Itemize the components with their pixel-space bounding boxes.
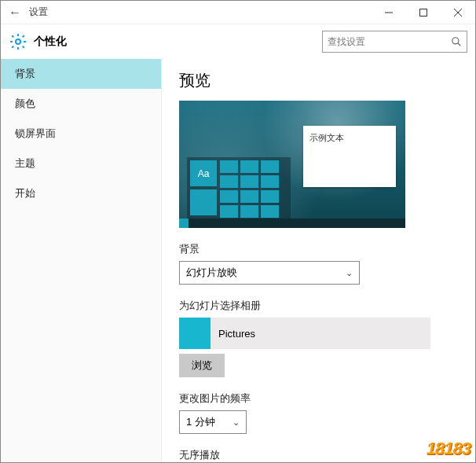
page-title: 个性化 [34,35,67,49]
frequency-dropdown[interactable]: 1 分钟 ⌄ [179,410,247,434]
frequency-label: 更改图片的频率 [179,391,458,406]
window-title: 设置 [29,6,48,19]
preview-start-menu: Aa [187,157,291,219]
preview-heading: 预览 [179,70,458,91]
svg-point-5 [452,38,459,44]
sidebar-item-start[interactable]: 开始 [1,178,161,208]
preview-tile [190,189,217,215]
album-label: 为幻灯片选择相册 [179,299,458,313]
body: 背景 颜色 锁屏界面 主题 开始 预览 Aa 示例文本 [1,59,475,462]
album-thumbnail [179,318,211,349]
album-name: Pictures [218,328,255,340]
header: 个性化 [1,24,475,59]
sidebar: 背景 颜色 锁屏界面 主题 开始 [1,59,162,462]
preview-window: 示例文本 [303,126,396,187]
search-icon [451,36,462,47]
browse-button[interactable]: 浏览 [179,354,225,377]
chevron-down-icon: ⌄ [233,417,240,428]
sidebar-item-themes[interactable]: 主题 [1,149,161,178]
preview-aa-tile: Aa [190,160,217,186]
sidebar-item-background[interactable]: 背景 [1,59,161,89]
preview-taskbar [179,219,405,228]
svg-line-6 [458,43,461,46]
chevron-down-icon: ⌄ [346,268,353,278]
window-controls [372,1,475,24]
background-dropdown[interactable]: 幻灯片放映 ⌄ [179,261,360,285]
frequency-value: 1 分钟 [186,415,215,429]
sidebar-item-colors[interactable]: 颜色 [1,89,161,119]
close-button[interactable] [441,1,475,24]
maximize-button[interactable] [406,1,441,24]
search-input[interactable] [328,36,451,47]
background-value: 幻灯片放映 [186,266,237,280]
desktop-preview: Aa 示例文本 [179,101,405,228]
sidebar-item-lockscreen[interactable]: 锁屏界面 [1,119,161,149]
gear-icon [9,32,27,51]
svg-rect-1 [420,9,427,16]
album-row[interactable]: Pictures [179,318,430,349]
background-label: 背景 [179,242,458,256]
shuffle-label: 无序播放 [179,448,458,462]
main-panel: 预览 Aa 示例文本 背景 幻灯片放映 ⌄ [162,59,475,462]
svg-point-4 [16,39,20,44]
minimize-button[interactable] [372,1,406,24]
preview-sample-text: 示例文本 [309,133,344,142]
search-box[interactable] [322,31,467,53]
back-button[interactable]: ← [1,6,29,20]
titlebar: ← 设置 [1,1,475,24]
